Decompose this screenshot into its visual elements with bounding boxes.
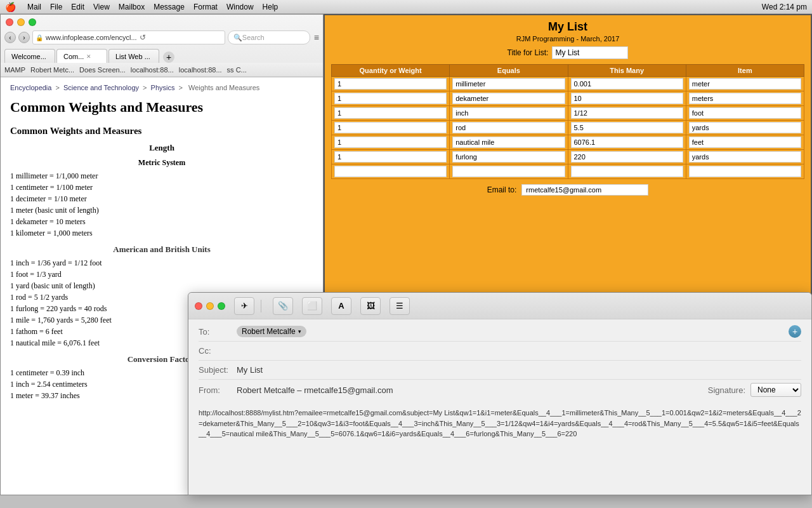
browser-menu-btn[interactable]: ≡ (314, 32, 319, 43)
cell-0-this_many[interactable] (571, 78, 683, 90)
breadcrumb-sep2: > (143, 84, 148, 91)
tab-com-close[interactable]: ✕ (86, 53, 91, 60)
cell-5-equals[interactable] (452, 151, 565, 163)
menu-message[interactable]: Message (154, 3, 185, 11)
tab-add-btn[interactable]: + (163, 51, 174, 63)
cell-3-qty[interactable] (334, 122, 447, 133)
browser-maximize-btn[interactable] (29, 18, 36, 26)
metric-item-2: 1 decimeter = 1/10 meter (10, 194, 313, 204)
email-close-btn[interactable] (195, 302, 202, 310)
breadcrumb: Encyclopedia > Science and Technology > … (10, 84, 313, 91)
cell-2-qty[interactable] (334, 107, 447, 119)
american-item-1: 1 foot = 1/3 yard (10, 270, 313, 279)
browser-back-btn[interactable]: ‹ (4, 32, 16, 43)
cell-4-this_many[interactable] (571, 137, 683, 148)
email-attach-btn[interactable]: 📎 (273, 297, 293, 315)
email-minimize-btn[interactable] (206, 302, 214, 310)
cell-3-equals[interactable] (452, 122, 565, 133)
cell-4-item[interactable] (689, 137, 801, 148)
subject-value[interactable]: My List (237, 365, 801, 375)
length-title: Length (10, 143, 313, 153)
cell-3-this_many[interactable] (571, 122, 683, 133)
bookmark-local2[interactable]: localhost:88... (179, 66, 222, 74)
american-title: American and British Units (10, 244, 313, 255)
cell-1-qty[interactable] (334, 93, 447, 104)
breadcrumb-physics[interactable]: Physics (151, 84, 175, 91)
email-expand-btn[interactable] (218, 302, 225, 310)
address-bar[interactable]: 🔒 www.infoplease.com/encycl... ↺ (32, 30, 225, 44)
email-send-btn[interactable]: ✈ (234, 297, 254, 315)
apple-menu[interactable]: 🍎 (5, 2, 16, 12)
tab-list[interactable]: List Web ... (108, 49, 159, 63)
cell-6-qty[interactable] (334, 166, 447, 177)
cell-5-this_many[interactable] (571, 151, 683, 163)
bookmark-screen[interactable]: Does Screen... (79, 66, 126, 74)
bookmark-local1[interactable]: localhost:88... (131, 66, 174, 74)
tab-com-label: Com... (63, 53, 84, 60)
cell-4-qty[interactable] (334, 137, 447, 148)
menu-edit[interactable]: Edit (71, 3, 84, 11)
email-to-row: To: Robert Metcalfe ▾ + (199, 322, 801, 342)
email-input[interactable] (521, 184, 648, 196)
browser-close-btn[interactable] (6, 18, 13, 26)
menu-view[interactable]: View (93, 3, 110, 11)
email-body[interactable]: http://localhost:8888/mylist.htm?emailee… (188, 403, 811, 444)
app-subtitle: RJM Programming - March, 2017 (325, 35, 811, 43)
table-row (332, 106, 804, 121)
toolbar-sep1 (261, 300, 261, 312)
browser-minimize-btn[interactable] (17, 18, 25, 26)
cell-2-this_many[interactable] (571, 107, 683, 119)
cell-3-item[interactable] (689, 122, 801, 133)
menu-file[interactable]: File (50, 3, 62, 11)
cell-5-item[interactable] (689, 151, 801, 163)
metric-title: Metric System (10, 158, 313, 168)
email-add-cc-btn[interactable]: + (789, 325, 801, 338)
signature-select[interactable]: None (750, 383, 801, 397)
cell-6-equals[interactable] (452, 166, 565, 177)
metric-item-1: 1 centimeter = 1/100 meter (10, 183, 313, 192)
cell-0-qty[interactable] (334, 78, 447, 90)
tab-bar: Welcome... Com... ✕ List Web ... + (1, 46, 323, 63)
email-to-badge[interactable]: Robert Metcalfe ▾ (237, 326, 306, 337)
cell-1-item[interactable] (689, 93, 801, 104)
email-more-btn[interactable]: ⬜ (302, 297, 322, 315)
breadcrumb-science[interactable]: Science and Technology (63, 84, 139, 91)
reload-btn[interactable]: ↺ (140, 33, 146, 42)
breadcrumb-encyclopedia[interactable]: Encyclopedia (10, 84, 51, 91)
cell-2-equals[interactable] (452, 107, 565, 119)
bookmark-mamp[interactable]: MAMP (4, 66, 25, 74)
from-value: Robert Metcalfe – rmetcalfe15@gmail.com (237, 385, 708, 395)
bookmark-ssc[interactable]: ss C... (227, 66, 247, 74)
to-label: To: (199, 327, 237, 337)
menu-mailbox[interactable]: Mailbox (119, 3, 145, 11)
american-item-0: 1 inch = 1/36 yard = 1/12 foot (10, 258, 313, 268)
metric-item-5: 1 kilometer = 1,000 meters (10, 229, 313, 238)
cell-0-item[interactable] (689, 78, 801, 90)
tab-welcome[interactable]: Welcome... (4, 49, 55, 63)
cell-2-item[interactable] (689, 107, 801, 119)
signature-label: Signature: (708, 385, 745, 395)
search-bar[interactable]: 🔍 Search (228, 30, 310, 44)
menu-help[interactable]: Help (263, 3, 278, 11)
cell-4-equals[interactable] (452, 137, 565, 148)
menu-format[interactable]: Format (193, 3, 218, 11)
email-font-btn[interactable]: A (331, 297, 351, 315)
menu-window[interactable]: Window (226, 3, 254, 11)
browser-forward-btn[interactable]: › (18, 32, 30, 43)
bookmark-robert[interactable]: Robert Metc... (30, 66, 74, 74)
email-format-btn[interactable]: ☰ (390, 297, 410, 315)
signature-row: Signature: None (708, 383, 801, 397)
to-name: Robert Metcalfe (242, 327, 296, 336)
cell-6-this_many[interactable] (571, 166, 683, 177)
email-photo-btn[interactable]: 🖼 (360, 297, 381, 315)
cell-1-equals[interactable] (452, 93, 565, 104)
cell-6-item[interactable] (689, 166, 801, 177)
list-title-input[interactable] (552, 46, 628, 59)
cell-0-equals[interactable] (452, 78, 565, 90)
menu-mail[interactable]: Mail (27, 3, 41, 11)
cell-5-qty[interactable] (334, 151, 447, 163)
tab-com[interactable]: Com... ✕ (56, 49, 107, 63)
col-header-equals: Equals (450, 65, 568, 77)
to-chevron-icon[interactable]: ▾ (298, 328, 301, 335)
cell-1-this_many[interactable] (571, 93, 683, 104)
